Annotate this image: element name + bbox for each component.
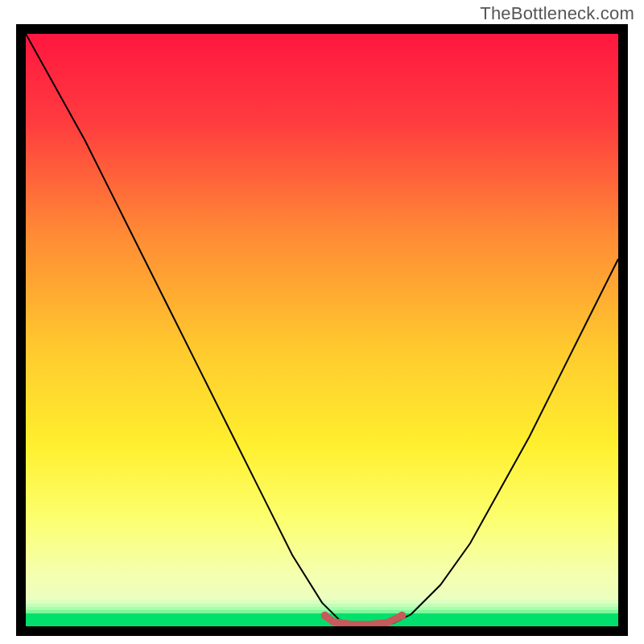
chart-root: TheBottleneck.com	[0, 0, 644, 644]
watermark-label: TheBottleneck.com	[480, 3, 634, 24]
marker-dot-right	[398, 612, 406, 620]
bottleneck-curve	[26, 34, 618, 623]
marker-dot-left	[321, 612, 329, 620]
curve-layer	[26, 34, 618, 626]
plot-frame	[16, 24, 628, 636]
